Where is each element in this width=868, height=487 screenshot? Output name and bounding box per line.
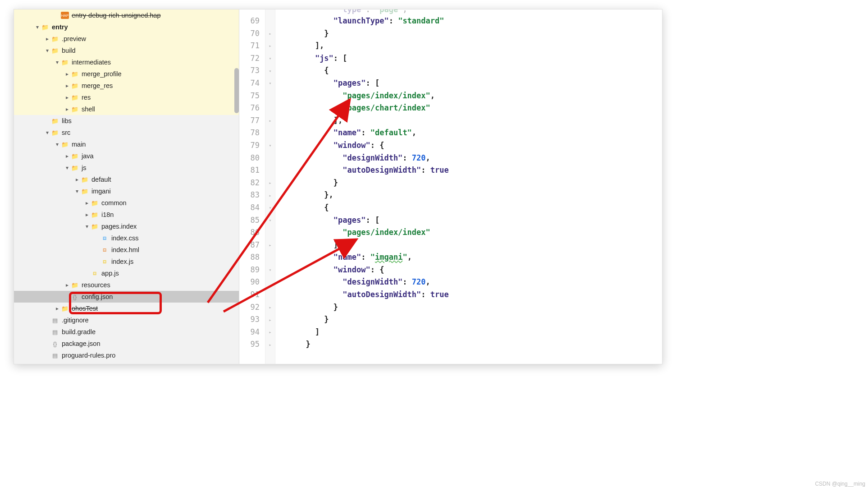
tree-folder-build[interactable]: 📁build: [14, 45, 239, 56]
code-line[interactable]: }: [278, 313, 662, 326]
tree-folder-resources[interactable]: 📁resources: [14, 279, 239, 291]
code-line[interactable]: "autoDesignWidth": true: [278, 289, 662, 301]
tree-file-index-css[interactable]: ⧈index.css: [14, 232, 239, 244]
code-line[interactable]: ],: [278, 115, 662, 127]
tree-file-index-hml[interactable]: ⧈index.hml: [14, 244, 239, 256]
fold-toggle-icon[interactable]: ▸: [265, 326, 275, 339]
code-line[interactable]: }: [278, 338, 662, 351]
tree-file-app-js[interactable]: ⧈app.js: [14, 267, 239, 279]
tree-folder-merge-res[interactable]: 📁merge_res: [14, 80, 239, 92]
tree-folder-src[interactable]: 📁src: [14, 127, 239, 138]
code-line[interactable]: "name": "default",: [278, 127, 662, 139]
fold-toggle-icon[interactable]: ▸: [265, 177, 275, 189]
expand-arrow-icon[interactable]: [73, 176, 81, 183]
tree-folder-java[interactable]: 📁java: [14, 150, 239, 162]
tree-file-config-json[interactable]: {}config.json: [14, 291, 239, 303]
expand-arrow-icon[interactable]: [64, 153, 71, 159]
expand-arrow-icon[interactable]: [54, 141, 61, 147]
fold-toggle-icon[interactable]: ▸: [265, 115, 275, 127]
tree-scrollbar[interactable]: [234, 68, 239, 113]
code-line[interactable]: ]: [278, 326, 662, 339]
expand-arrow-icon[interactable]: [44, 36, 51, 42]
fold-toggle-icon[interactable]: ▾: [265, 64, 275, 77]
expand-arrow-icon[interactable]: [73, 188, 81, 194]
expand-arrow-icon[interactable]: [54, 305, 61, 312]
tree-folder-libs[interactable]: 📁libs: [14, 115, 239, 127]
code-line[interactable]: "pages": [: [278, 214, 662, 227]
code-line[interactable]: }: [278, 28, 662, 40]
expand-arrow-icon[interactable]: [83, 211, 91, 218]
code-line[interactable]: "type": "page",: [278, 9, 662, 15]
tree-folder-preview[interactable]: 📁.preview: [14, 33, 239, 45]
tree-file-build-gradle[interactable]: ▤build.gradle: [14, 326, 239, 338]
tree-file-proguard[interactable]: ▤proguard-rules.pro: [14, 349, 239, 361]
code-line[interactable]: "pages/chart/index": [278, 102, 662, 115]
code-line[interactable]: "name": "imgani",: [278, 251, 662, 264]
tree-folder-shell[interactable]: 📁shell: [14, 103, 239, 115]
code-line[interactable]: "js": [: [278, 52, 662, 65]
code-line[interactable]: "window": {: [278, 139, 662, 152]
tree-folder-res[interactable]: 📁res: [14, 92, 239, 103]
tree-item-label: .gitignore: [62, 317, 89, 324]
tree-file-package-json[interactable]: {}package.json: [14, 338, 239, 349]
code-line[interactable]: {: [278, 64, 662, 77]
code-line[interactable]: "designWidth": 720,: [278, 276, 662, 289]
expand-arrow-icon[interactable]: [64, 94, 71, 101]
code-line[interactable]: "pages/index/index": [278, 226, 662, 239]
tree-file-index-js[interactable]: ⧈index.js: [14, 256, 239, 267]
fold-toggle-icon[interactable]: ▸: [265, 189, 275, 202]
expand-arrow-icon[interactable]: [64, 165, 71, 171]
code-line[interactable]: {: [278, 202, 662, 214]
code-line[interactable]: }: [278, 301, 662, 314]
code-line[interactable]: ],: [278, 239, 662, 252]
tree-folder-i18n[interactable]: 📁i18n: [14, 209, 239, 221]
expand-arrow-icon[interactable]: [64, 83, 71, 89]
fold-toggle-icon[interactable]: ▾: [265, 214, 275, 227]
tree-folder-main[interactable]: 📁main: [14, 138, 239, 150]
fold-toggle-icon[interactable]: ▸: [265, 338, 275, 351]
code-line[interactable]: "designWidth": 720,: [278, 152, 662, 165]
tree-folder-pages-index[interactable]: 📁pages.index: [14, 221, 239, 232]
fold-toggle-icon[interactable]: ▸: [265, 313, 275, 326]
code-line[interactable]: },: [278, 189, 662, 202]
expand-arrow-icon[interactable]: [64, 282, 71, 288]
code-area[interactable]: "type": "page", "launchType": "standard"…: [275, 9, 662, 364]
code-line[interactable]: "autoDesignWidth": true: [278, 164, 662, 177]
fold-toggle-icon[interactable]: ▸: [265, 301, 275, 314]
tree-folder-ohostest[interactable]: 📁ohosTest: [14, 303, 239, 314]
fold-toggle-icon[interactable]: ▾: [265, 264, 275, 276]
fold-toggle-icon[interactable]: ▸: [265, 40, 275, 52]
code-line[interactable]: "window": {: [278, 264, 662, 276]
fold-toggle-icon[interactable]: ▾: [265, 139, 275, 152]
code-line[interactable]: "launchType": "standard": [278, 15, 662, 28]
expand-arrow-icon[interactable]: [44, 47, 51, 54]
code-line[interactable]: "pages": [: [278, 77, 662, 90]
project-tree[interactable]: HAPentry-debug-rich-unsigned.hap📁entry📁.…: [14, 9, 239, 364]
fold-toggle-icon[interactable]: ▾: [265, 77, 275, 90]
tree-file-hap[interactable]: HAPentry-debug-rich-unsigned.hap: [14, 9, 239, 21]
expand-arrow-icon[interactable]: [34, 24, 41, 30]
tree-folder-js[interactable]: 📁js: [14, 162, 239, 174]
tree-folder-entry[interactable]: 📁entry: [14, 21, 239, 33]
expand-arrow-icon[interactable]: [83, 200, 91, 206]
code-editor[interactable]: 6869707172737475767778798081828384858687…: [239, 9, 662, 364]
fold-toggle-icon[interactable]: ▸: [265, 28, 275, 40]
expand-arrow-icon[interactable]: [54, 59, 61, 65]
fold-toggle-icon[interactable]: ▸: [265, 239, 275, 252]
expand-arrow-icon[interactable]: [64, 71, 71, 77]
expand-arrow-icon[interactable]: [64, 106, 71, 112]
tree-folder-imgani[interactable]: 📁imgani: [14, 185, 239, 197]
fold-toggle-icon[interactable]: ▾: [265, 202, 275, 214]
expand-arrow-icon[interactable]: [83, 223, 91, 230]
expand-arrow-icon[interactable]: [44, 129, 51, 136]
tree-file-gitignore[interactable]: ▤.gitignore: [14, 314, 239, 326]
code-line[interactable]: ],: [278, 40, 662, 52]
tree-folder-default[interactable]: 📁default: [14, 174, 239, 185]
fold-gutter[interactable]: ▸▸▾▾▾▸▾▸▸▾▾▸▾▸▸▸▸: [265, 9, 275, 364]
code-line[interactable]: }: [278, 177, 662, 189]
tree-folder-merge-profile[interactable]: 📁merge_profile: [14, 68, 239, 80]
tree-folder-intermediates[interactable]: 📁intermediates: [14, 56, 239, 68]
code-line[interactable]: "pages/index/index",: [278, 90, 662, 102]
fold-toggle-icon[interactable]: ▾: [265, 52, 275, 65]
tree-folder-common[interactable]: 📁common: [14, 197, 239, 209]
